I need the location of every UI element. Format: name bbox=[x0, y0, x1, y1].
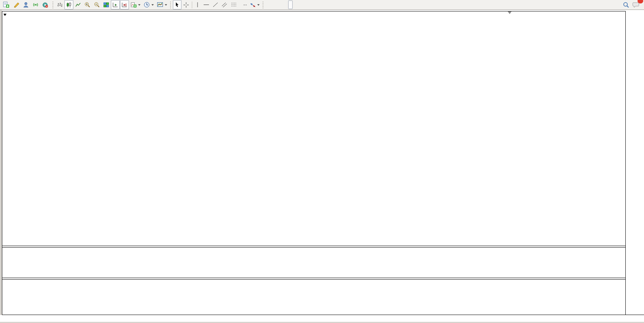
chart-plot-area[interactable] bbox=[0, 0, 644, 323]
mt4-terminal-window bbox=[0, 0, 644, 323]
